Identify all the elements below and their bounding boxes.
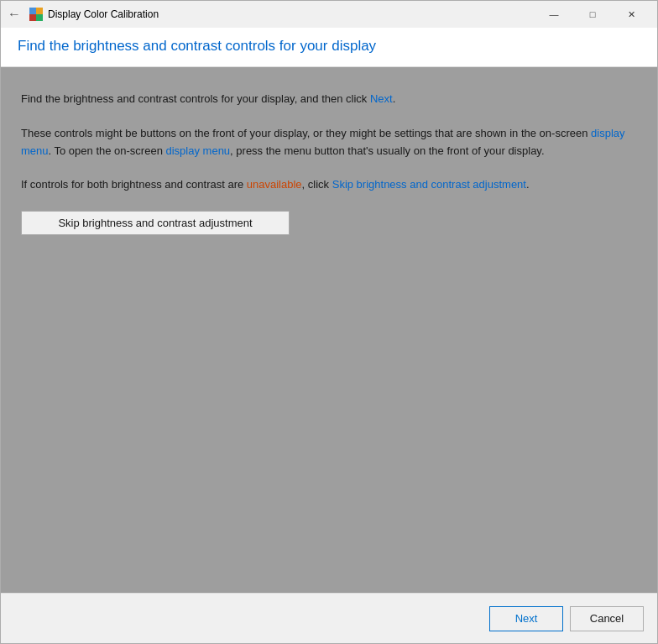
title-bar-left: ← Display Color Calibration bbox=[8, 7, 159, 22]
next-link-text: Next bbox=[370, 92, 393, 105]
svg-rect-1 bbox=[36, 8, 43, 14]
minimize-button[interactable]: — bbox=[535, 1, 573, 28]
app-icon bbox=[29, 8, 43, 21]
content-area: Find the brightness and contrast control… bbox=[1, 67, 657, 593]
maximize-button[interactable]: □ bbox=[573, 1, 612, 28]
skip-button[interactable]: Skip brightness and contrast adjustment bbox=[21, 211, 290, 235]
paragraph-1: Find the brightness and contrast control… bbox=[21, 91, 637, 108]
back-button[interactable]: ← bbox=[8, 7, 21, 22]
cancel-button[interactable]: Cancel bbox=[570, 606, 644, 631]
svg-rect-2 bbox=[29, 14, 36, 21]
title-bar-controls: — □ ✕ bbox=[535, 1, 650, 28]
skip-link-text: Skip brightness and contrast adjustment bbox=[332, 178, 526, 191]
header-section: Find the brightness and contrast control… bbox=[1, 28, 657, 67]
window-title: Display Color Calibration bbox=[48, 8, 159, 20]
paragraph-3: If controls for both brightness and cont… bbox=[21, 176, 637, 194]
next-button[interactable]: Next bbox=[489, 606, 563, 631]
page-title: Find the brightness and contrast control… bbox=[18, 38, 640, 55]
main-window: ← Display Color Calibration — □ ✕ Find t… bbox=[0, 0, 658, 644]
title-bar: ← Display Color Calibration — □ ✕ bbox=[1, 1, 657, 28]
display-menu-link-2: display menu bbox=[166, 144, 231, 157]
close-button[interactable]: ✕ bbox=[612, 1, 650, 28]
unavailable-text: unavailable bbox=[247, 178, 302, 191]
svg-rect-3 bbox=[36, 14, 43, 21]
footer: Next Cancel bbox=[1, 593, 657, 643]
display-menu-link-1: display menu bbox=[21, 127, 625, 157]
paragraph-2: These controls might be buttons on the f… bbox=[21, 125, 637, 160]
svg-rect-0 bbox=[29, 8, 36, 14]
